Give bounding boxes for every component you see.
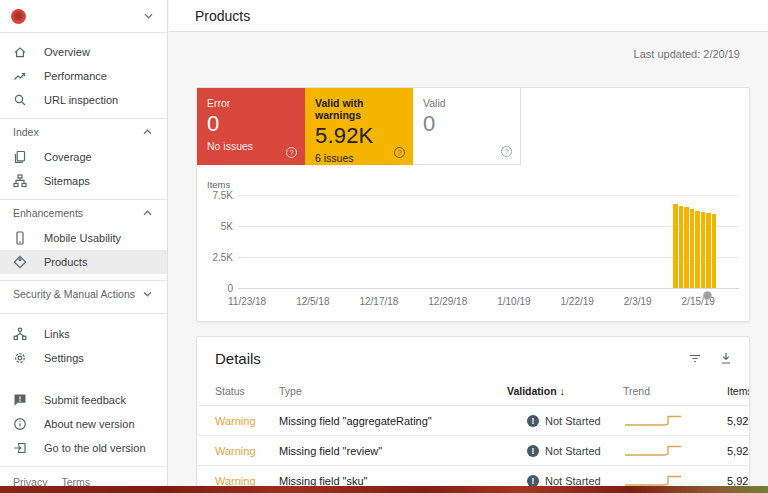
feedback-icon xyxy=(13,393,27,407)
page-title: Products xyxy=(195,8,250,24)
not-started-icon xyxy=(527,475,539,487)
sidebar-item-url-inspection[interactable]: URL inspection xyxy=(0,88,167,112)
sidebar-item-label: Mobile Usability xyxy=(44,232,121,244)
card-value: 5.92K xyxy=(315,123,403,149)
items-count: 5,924 xyxy=(727,415,750,427)
x-tick-label: 11/23/18 xyxy=(228,296,266,307)
chart-bar[interactable] xyxy=(712,214,717,288)
sidebar-section-enhancements[interactable]: Enhancements xyxy=(0,200,167,226)
sidebar-item-performance[interactable]: Performance xyxy=(0,64,167,88)
help-icon[interactable] xyxy=(501,146,512,157)
download-icon[interactable] xyxy=(719,352,733,365)
gridline xyxy=(238,257,739,258)
sidebar-item-mobile-usability[interactable]: Mobile Usability xyxy=(0,226,167,250)
property-selector[interactable] xyxy=(0,0,167,33)
status-badge: Warning xyxy=(215,475,279,487)
gridline xyxy=(238,195,739,196)
links-tree-icon xyxy=(13,327,27,341)
section-label: Index xyxy=(13,126,39,138)
chart-bar[interactable] xyxy=(706,213,711,288)
chevron-up-icon xyxy=(143,210,152,216)
sidebar-item-label: Sitemaps xyxy=(44,175,90,187)
chevron-down-icon xyxy=(143,291,152,297)
page-header: Products xyxy=(169,0,768,32)
chart-bar[interactable] xyxy=(695,211,700,288)
sidebar: Overview Performance URL inspection Inde… xyxy=(0,0,168,493)
sidebar-item-label: Submit feedback xyxy=(44,394,126,406)
card-sub: 6 issues xyxy=(315,152,403,164)
chart-bar[interactable] xyxy=(673,204,678,288)
chart-bars xyxy=(673,195,716,288)
validation-state: Not Started xyxy=(545,415,601,427)
chart-bar[interactable] xyxy=(690,209,695,288)
pages-icon xyxy=(13,150,27,164)
column-header-validation[interactable]: Validation xyxy=(507,385,623,397)
error-card[interactable]: Error 0 No issues xyxy=(197,88,305,165)
sidebar-item-products[interactable]: Products xyxy=(0,250,167,274)
y-tick-label: 0 xyxy=(207,282,233,293)
sidebar-item-label: Performance xyxy=(44,70,107,82)
chart-x-axis: 11/23/1812/5/1812/17/1812/29/181/10/191/… xyxy=(228,296,715,307)
valid-card[interactable]: Valid 0 xyxy=(413,88,521,165)
issue-type: Missing field "sku" xyxy=(279,475,507,487)
summary-chart-panel: Error 0 No issues Valid with warnings 5.… xyxy=(196,87,750,322)
sidebar-item-overview[interactable]: Overview xyxy=(0,40,167,64)
table-row[interactable]: Warning Missing field "aggregateRating" … xyxy=(197,406,749,436)
x-tick-label: 12/17/18 xyxy=(359,296,398,307)
chart-plot-area: 7.5K5K2.5K0 xyxy=(238,195,739,289)
sidebar-item-about-new-version[interactable]: About new version xyxy=(0,412,167,436)
details-title: Details xyxy=(215,350,261,367)
issue-type: Missing field "review" xyxy=(279,445,507,457)
help-icon[interactable] xyxy=(286,147,297,158)
x-tick-label: 1/22/19 xyxy=(561,296,594,307)
sidebar-item-coverage[interactable]: Coverage xyxy=(0,145,167,169)
sidebar-item-sitemaps[interactable]: Sitemaps xyxy=(0,169,167,193)
validation-state: Not Started xyxy=(545,475,601,487)
chart-annotation-marker[interactable] xyxy=(703,291,712,300)
smartphone-icon xyxy=(13,231,27,245)
section-label: Security & Manual Actions xyxy=(13,288,135,300)
column-header-trend: Trend xyxy=(623,385,727,397)
sidebar-item-label: Coverage xyxy=(44,151,92,163)
details-panel: Details Status Type Validation Trend Ite… xyxy=(196,336,750,493)
sidebar-item-links[interactable]: Links xyxy=(0,322,167,346)
not-started-icon xyxy=(527,445,539,457)
info-icon xyxy=(13,417,27,431)
card-label: Error xyxy=(207,97,295,109)
sidebar-item-settings[interactable]: Settings xyxy=(0,346,167,370)
status-badge: Warning xyxy=(215,445,279,457)
valid-with-warnings-card[interactable]: Valid with warnings 5.92K 6 issues xyxy=(305,88,413,165)
items-count: 5,924 xyxy=(727,475,750,487)
home-icon xyxy=(13,45,27,59)
search-icon xyxy=(13,93,27,107)
card-label: Valid with warnings xyxy=(315,97,403,121)
main-area: Products Last updated: 2/20/19 Error 0 N… xyxy=(169,0,768,493)
sidebar-section-index[interactable]: Index xyxy=(0,119,167,145)
chart-bar[interactable] xyxy=(679,206,684,288)
help-icon[interactable] xyxy=(394,147,405,158)
sidebar-item-label: URL inspection xyxy=(44,94,118,106)
sort-desc-icon xyxy=(560,385,566,397)
table-header-row: Status Type Validation Trend Items xyxy=(197,376,749,406)
not-started-icon xyxy=(527,415,539,427)
status-cards: Error 0 No issues Valid with warnings 5.… xyxy=(197,88,749,165)
column-header-items: Items xyxy=(727,385,750,397)
gear-icon xyxy=(13,351,27,365)
chart-y-axis-title: Items xyxy=(207,179,739,191)
sidebar-section-security[interactable]: Security & Manual Actions xyxy=(0,281,167,307)
filter-icon[interactable] xyxy=(688,352,702,365)
sidebar-item-label: Go to the old version xyxy=(44,442,146,454)
property-favicon xyxy=(11,9,26,24)
background-photo-strip xyxy=(0,486,768,493)
chart-bar[interactable] xyxy=(701,212,706,288)
table-row[interactable]: Warning Missing field "review" Not Start… xyxy=(197,436,749,466)
sidebar-item-submit-feedback[interactable]: Submit feedback xyxy=(0,388,167,412)
card-label: Valid xyxy=(423,97,510,109)
items-count: 5,924 xyxy=(727,445,750,457)
sidebar-item-label: Settings xyxy=(44,352,84,364)
sidebar-item-go-old-version[interactable]: Go to the old version xyxy=(0,436,167,460)
y-tick-label: 5K xyxy=(207,220,233,231)
chart-bar[interactable] xyxy=(684,207,689,288)
chevron-up-icon xyxy=(143,129,152,135)
items-chart: Items 7.5K5K2.5K0 11/23/1812/5/1812/17/1… xyxy=(197,165,749,307)
